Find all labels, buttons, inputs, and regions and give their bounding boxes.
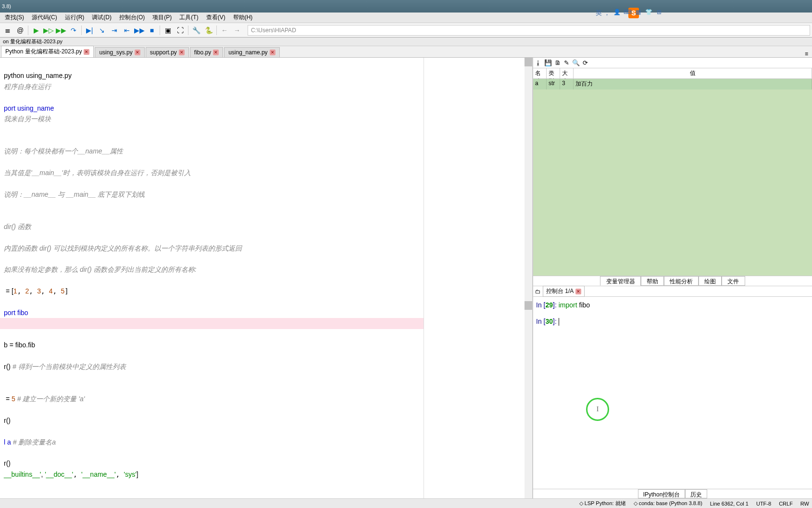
close-icon[interactable]: ✕: [213, 50, 219, 55]
python-icon[interactable]: 🐍: [203, 25, 214, 36]
close-icon[interactable]: ✕: [84, 49, 89, 55]
menu-bar: 查找(S) 源代码(C) 运行(R) 调试(D) 控制台(O) 项目(P) 工具…: [0, 13, 812, 23]
status-lsp[interactable]: ◇ LSP Python: 就绪: [579, 500, 626, 507]
user-icon[interactable]: 👤: [613, 9, 621, 16]
console-tab-label: 控制台 1/A: [546, 287, 574, 295]
menu-console[interactable]: 控制台(O): [117, 13, 147, 23]
back-icon[interactable]: ←: [219, 25, 230, 36]
step-icon[interactable]: ⇥: [109, 25, 120, 36]
scroll-thumb[interactable]: [525, 58, 532, 66]
tab-help[interactable]: 帮助: [640, 276, 664, 286]
save-icon[interactable]: 💾: [544, 59, 552, 66]
tab-options-icon[interactable]: ≡: [802, 51, 811, 57]
continue-icon[interactable]: ▶▶: [134, 25, 145, 36]
run-cell-icon[interactable]: ▶▷: [43, 25, 54, 36]
editor-tab-support[interactable]: support.py ✕: [146, 47, 189, 57]
fullscreen-icon[interactable]: ⛶: [175, 25, 186, 36]
editor-tab-usingsys[interactable]: using_sys.py ✕: [95, 47, 144, 57]
grid-icon[interactable]: ▦: [634, 9, 642, 16]
editor-tab-fibo[interactable]: fibo.py ✕: [190, 47, 223, 57]
at-icon[interactable]: @: [14, 25, 26, 36]
col-size[interactable]: 大小: [560, 68, 574, 78]
tab-perf[interactable]: 性能分析: [663, 276, 699, 286]
ipython-console[interactable]: In [29]: import fibo In [30]: I: [533, 297, 812, 489]
step-over-icon[interactable]: ↷: [68, 25, 79, 36]
variable-header: 名称 类型 大小 值: [533, 68, 812, 79]
menu-tool[interactable]: 工具(T): [177, 13, 200, 23]
save2-icon[interactable]: 🗎: [555, 59, 561, 66]
edit-icon[interactable]: ✎: [564, 59, 569, 66]
col-value[interactable]: 值: [574, 68, 812, 78]
debug-run-icon[interactable]: ▶|: [84, 25, 95, 36]
code-comment: 内置的函数 dir() 可以找到模块内定义的所有名称。以一个字符串列表的形式返回: [4, 244, 242, 252]
status-line[interactable]: Line 6362, Col 1: [710, 501, 749, 507]
main-area: python using_name.py 程序自身在运行 port using_…: [0, 58, 812, 498]
apps-icon[interactable]: ⊞: [655, 9, 663, 16]
status-rw[interactable]: RW: [800, 501, 809, 507]
menu-help[interactable]: 帮助(H): [231, 13, 255, 23]
tab-file[interactable]: 文件: [721, 276, 745, 286]
status-eol[interactable]: CRLF: [779, 501, 793, 507]
menu-run[interactable]: 运行(R): [63, 13, 87, 23]
refresh-icon[interactable]: ⟳: [583, 59, 588, 66]
run-next-icon[interactable]: ▶▶: [55, 25, 67, 36]
working-dir-input[interactable]: [248, 25, 810, 36]
var-name: a: [533, 79, 547, 89]
editor-tab-usingname[interactable]: using_name.py ✕: [224, 47, 279, 57]
text-cursor: [559, 318, 559, 326]
code-line: python using_name.py: [4, 72, 72, 79]
code-line: = [: [4, 287, 13, 295]
tab-history[interactable]: 历史: [685, 489, 707, 498]
tab-label: support.py: [150, 49, 177, 56]
status-encoding[interactable]: UTF-8: [756, 501, 771, 507]
menu-source[interactable]: 源代码(C): [30, 13, 59, 23]
import-icon[interactable]: ⭳: [535, 59, 541, 66]
menu-project[interactable]: 项目(P): [150, 13, 174, 23]
stop-icon[interactable]: ■: [146, 25, 158, 36]
code-comment: 当其值是'__main__'时，表明该模块自身在运行，否则是被引入: [4, 169, 191, 177]
col-type[interactable]: 类型: [547, 68, 560, 78]
code-line: =: [4, 395, 12, 403]
shirt-icon[interactable]: 👕: [645, 9, 652, 16]
close-icon[interactable]: ✕: [575, 289, 581, 294]
tab-plot[interactable]: 绘图: [698, 276, 722, 286]
tab-label: using_name.py: [228, 49, 267, 56]
step-into-icon[interactable]: ↘: [96, 25, 108, 36]
list-icon[interactable]: ≣: [2, 25, 13, 36]
browser-bar: 3.8): [0, 0, 812, 13]
keyboard-icon[interactable]: ⌨: [624, 9, 631, 16]
var-value: 加百力: [574, 79, 812, 89]
menu-view[interactable]: 查看(V): [204, 13, 227, 23]
menu-search[interactable]: 查找(S): [3, 13, 26, 23]
close-icon[interactable]: ✕: [135, 50, 140, 55]
browse-tabs-icon[interactable]: 🗀: [535, 288, 541, 295]
code-keyword: port using_name: [4, 104, 54, 112]
step-out-icon[interactable]: ⇤: [121, 25, 133, 36]
scroll-thumb[interactable]: [525, 301, 532, 310]
status-conda[interactable]: ◇ conda: base (Python 3.8.8): [634, 500, 702, 507]
code-comment: dir() 函数: [4, 223, 31, 230]
code-comment: 程序自身在运行: [4, 83, 51, 90]
code-editor[interactable]: python using_name.py 程序自身在运行 port using_…: [0, 58, 424, 498]
menu-debug[interactable]: 调试(D): [90, 13, 113, 23]
wrench-icon[interactable]: 🔧: [190, 25, 202, 36]
ime-lang[interactable]: 英 ，: [596, 9, 610, 16]
right-pane-tabs: 变量管理器 帮助 性能分析 绘图 文件: [533, 276, 812, 286]
tab-variables[interactable]: 变量管理器: [600, 276, 641, 286]
close-icon[interactable]: ✕: [270, 50, 275, 55]
editor-scrollbar[interactable]: [525, 58, 532, 498]
tab-ipython[interactable]: IPython控制台: [638, 489, 686, 498]
variable-row[interactable]: a str 3 加百力: [533, 79, 812, 89]
code-line: r(): [4, 363, 11, 370]
forward-icon[interactable]: →: [231, 25, 243, 36]
console-tab-1[interactable]: 控制台 1/A ✕: [543, 286, 585, 297]
close-icon[interactable]: ✕: [179, 50, 185, 55]
editor-tab-main[interactable]: Python 量化编程基础-2023.py ✕: [1, 46, 94, 57]
code-comment: 说明：每个模块都有一个__name__属性: [4, 147, 123, 155]
search-icon[interactable]: 🔍: [572, 59, 580, 66]
code-line: b = fibo.fib: [4, 341, 35, 349]
col-name[interactable]: 名称: [533, 68, 547, 78]
run-icon[interactable]: ▶: [30, 25, 42, 36]
save-icon[interactable]: ▣: [162, 25, 174, 36]
variable-toolbar: ⭳ 💾 🗎 ✎ 🔍 ⟳: [533, 58, 812, 68]
